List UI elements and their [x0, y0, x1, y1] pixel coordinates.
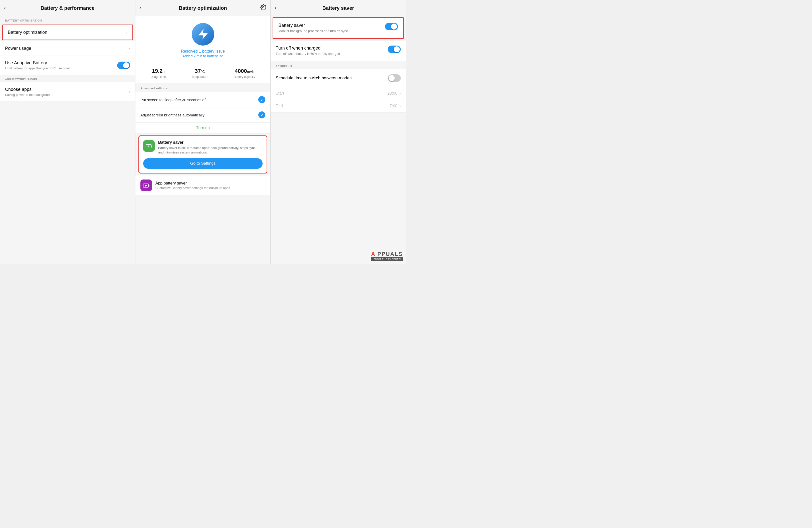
list-item-choose-apps-title: Choose apps	[5, 87, 127, 92]
battery-saver-toggle-item: Battery saver Monitor background process…	[273, 17, 404, 39]
battery-saver-toggle-subtitle: Monitor background processes and turn of…	[278, 29, 385, 33]
watermark-text: PPUALS	[377, 251, 403, 257]
chevron-icon-power-usage: ›	[129, 46, 130, 51]
panel3-back-button[interactable]: ‹	[275, 5, 276, 11]
panel1-back-button[interactable]: ‹	[4, 5, 6, 11]
panel-battery-performance: ‹ Battery & performance BATTERY OPTIMIZA…	[0, 0, 135, 264]
usage-time-label: Usage time	[151, 75, 166, 79]
start-time-value: 23:00	[388, 91, 397, 96]
list-item-choose-apps-subtitle: Saving power in the background	[5, 93, 127, 97]
turn-off-charged-content: Turn off when charged Turn off when batt…	[276, 46, 388, 56]
list-item-choose-apps[interactable]: Choose apps Saving power in the backgrou…	[0, 82, 135, 101]
check-item-brightness-text: Adjust screen brightness automatically	[141, 113, 259, 117]
chevron-icon-end: ›	[400, 104, 401, 109]
panel1-header: ‹ Battery & performance	[0, 0, 135, 16]
battery-capacity-value: 4000mAh	[235, 68, 254, 74]
stat-temperature: 37°C Temperature	[191, 68, 208, 79]
battery-saver-text: Battery saver Battery saver is on. It re…	[158, 140, 263, 155]
panel2-header: ‹ Battery optimization	[135, 0, 271, 16]
panel1-title: Battery & performance	[41, 5, 95, 11]
panel2-scroll: Resolved 1 battery issue Added 2 min to …	[135, 16, 271, 264]
watermark-subtext: FROM THE EXPERTS!	[371, 257, 403, 261]
list-item-power-usage[interactable]: Power usage ›	[0, 41, 135, 56]
panel2-title: Battery optimization	[179, 5, 227, 11]
app-battery-saver-text: App battery saver Customize Battery save…	[156, 181, 230, 190]
app-battery-saver-icon-svg	[143, 182, 150, 189]
list-item-battery-opt-content: Battery optimization	[8, 30, 124, 35]
schedule-toggle-text: Schedule time to switch between modes	[276, 75, 388, 81]
turn-off-charged-subtitle: Turn off when battery is 60% or fully ch…	[276, 52, 388, 56]
adaptive-battery-content: Use Adaptive Battery Limit battery for a…	[5, 60, 117, 70]
svg-marker-4	[147, 145, 150, 148]
chevron-icon-start: ›	[400, 91, 401, 96]
panel3-header: ‹ Battery saver	[271, 0, 406, 16]
end-time-row[interactable]: End 7:00 ›	[271, 100, 406, 113]
app-battery-saver-title: App battery saver	[156, 181, 230, 186]
end-time-value: 7:00	[390, 104, 397, 109]
usage-time-value: 19.2h	[152, 68, 165, 74]
checkmark-brightness: ✓	[258, 111, 265, 118]
watermark: A PPUALS FROM THE EXPERTS!	[371, 251, 403, 261]
adaptive-battery-toggle[interactable]	[117, 61, 130, 69]
app-battery-saver-row[interactable]: App battery saver Customize Battery save…	[135, 175, 271, 195]
svg-marker-7	[145, 185, 147, 187]
chevron-icon-battery-opt: ›	[126, 30, 127, 35]
turn-on-button[interactable]: Turn on	[196, 126, 210, 130]
adaptive-battery-subtitle: Limit battery for apps that you don't us…	[5, 66, 117, 70]
panel2-stats: 19.2h Usage time 37°C Temperature 4000mA…	[135, 63, 271, 83]
lightning-icon	[197, 28, 209, 41]
section-label-app-battery-saver: APP BATTERY SAVER	[0, 75, 135, 82]
list-item-power-usage-title: Power usage	[5, 46, 127, 51]
app-battery-saver-desc: Customize Battery saver settings for ind…	[156, 186, 230, 190]
temperature-value: 37°C	[195, 68, 205, 74]
panel2-gear-button[interactable]	[260, 4, 266, 12]
section-label-battery-opt: BATTERY OPTIMIZATION	[0, 16, 135, 24]
panel2-back-button[interactable]: ‹	[140, 5, 141, 11]
temperature-label: Temperature	[191, 75, 208, 79]
check-item-sleep[interactable]: Put screen to sleep after 30 seconds of……	[135, 92, 271, 108]
start-time-row[interactable]: Start 23:00 ›	[271, 87, 406, 100]
adaptive-battery-title: Use Adaptive Battery	[5, 60, 117, 66]
battery-saver-toggle-title: Battery saver	[278, 23, 385, 28]
panel3-scroll: Battery saver Monitor background process…	[271, 16, 406, 264]
list-item-battery-optimization[interactable]: Battery optimization ›	[2, 25, 133, 40]
battery-icon-circle	[192, 23, 214, 46]
app-battery-saver-icon	[141, 180, 152, 191]
schedule-section-label: SCHEDULE	[271, 61, 406, 69]
battery-saver-card-title: Battery saver	[158, 140, 263, 145]
panel2-hero: Resolved 1 battery issue Added 2 min to …	[135, 16, 271, 63]
schedule-toggle[interactable]	[388, 74, 401, 82]
adaptive-battery-item: Use Adaptive Battery Limit battery for a…	[0, 56, 135, 75]
battery-saver-card: Battery saver Battery saver is on. It re…	[139, 135, 267, 173]
svg-point-0	[263, 6, 264, 8]
panel-battery-optimization: ‹ Battery optimization Resolved 1 batter…	[135, 0, 271, 264]
list-item-power-usage-content: Power usage	[5, 46, 127, 51]
battery-saver-card-desc: Battery saver is on. It reduces apps' ba…	[158, 146, 263, 155]
resolved-text: Resolved 1 battery issue	[181, 49, 225, 54]
stat-battery-capacity: 4000mAh Battery capacity	[234, 68, 255, 79]
check-item-sleep-text: Put screen to sleep after 30 seconds of…	[141, 98, 259, 102]
start-time-label: Start	[276, 91, 387, 96]
chevron-icon-choose-apps: ›	[129, 89, 130, 95]
battery-saver-icon-svg	[145, 142, 153, 149]
check-item-brightness[interactable]: Adjust screen brightness automatically ✓	[135, 108, 271, 123]
gear-icon	[260, 4, 266, 10]
svg-marker-1	[198, 29, 208, 40]
panel-battery-saver: ‹ Battery saver Battery saver Monitor ba…	[271, 0, 406, 264]
stat-usage-time: 19.2h Usage time	[151, 68, 166, 79]
battery-saver-toggle-content: Battery saver Monitor background process…	[278, 23, 385, 33]
turn-off-charged-item: Turn off when charged Turn off when batt…	[271, 41, 406, 61]
added-text: Added 2 min to battery life	[183, 54, 223, 58]
turn-on-container: Turn on	[135, 123, 271, 133]
turn-off-charged-toggle[interactable]	[388, 46, 401, 53]
list-item-battery-opt-title: Battery optimization	[8, 30, 124, 35]
list-item-choose-apps-content: Choose apps Saving power in the backgrou…	[5, 87, 127, 97]
panel1-scroll: BATTERY OPTIMIZATION Battery optimizatio…	[0, 16, 135, 264]
battery-saver-card-header: Battery saver Battery saver is on. It re…	[143, 140, 263, 155]
panel3-title: Battery saver	[322, 5, 354, 11]
end-time-label: End	[276, 104, 390, 109]
advanced-settings-label: Advanced settings	[135, 83, 271, 92]
go-to-settings-button[interactable]: Go to Settings	[143, 158, 263, 169]
battery-saver-toggle[interactable]	[385, 23, 398, 30]
checkmark-sleep: ✓	[258, 96, 265, 103]
